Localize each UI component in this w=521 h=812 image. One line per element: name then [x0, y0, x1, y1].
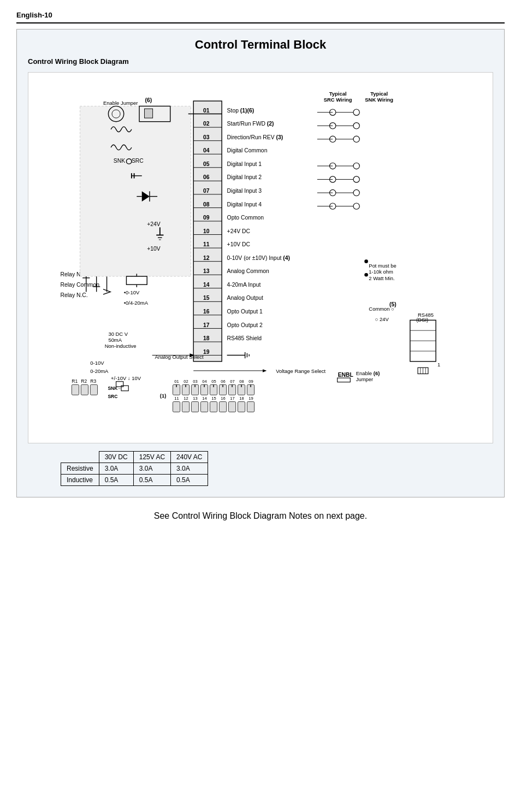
svg-text:50mA: 50mA [108, 337, 122, 343]
svg-text:17: 17 [203, 322, 210, 328]
svg-text:04: 04 [202, 379, 206, 384]
svg-text:05: 05 [211, 379, 216, 384]
svg-text:Digital Input 4: Digital Input 4 [227, 201, 262, 208]
svg-text:Opto Common: Opto Common [227, 215, 264, 221]
svg-text:08: 08 [239, 379, 244, 384]
svg-text:17: 17 [230, 396, 234, 401]
svg-point-70 [353, 123, 359, 129]
spec-table: 30V DC 125V AC 240V AC Resistive 3.0A 3.… [61, 451, 208, 486]
svg-text:+24V DC: +24V DC [227, 228, 251, 234]
svg-text:(1): (1) [160, 393, 167, 399]
svg-text:2 Watt Min.: 2 Watt Min. [369, 275, 394, 281]
svg-text:18: 18 [203, 335, 210, 341]
svg-text:Typical: Typical [370, 91, 388, 97]
svg-text:+24V: +24V [147, 221, 161, 227]
right-labels: Stop (1)(6) Start/Run FWD (2) Direction/… [227, 108, 290, 358]
svg-rect-155 [173, 402, 180, 412]
wiring-diagram: 01 02 03 04 05 06 07 [28, 73, 493, 423]
svg-rect-159 [210, 402, 217, 412]
svg-rect-209 [145, 109, 153, 118]
svg-rect-176 [72, 384, 79, 395]
svg-text:R3: R3 [90, 378, 96, 384]
svg-text:07: 07 [230, 379, 234, 384]
svg-text:16: 16 [221, 396, 225, 401]
diagram-area: 01 02 03 04 05 06 07 [28, 72, 493, 443]
svg-point-85 [353, 203, 359, 209]
svg-text:1: 1 [437, 361, 440, 368]
svg-text:•0/4-20mA: •0/4-20mA [124, 300, 149, 306]
svg-text:0-10V (or ±10V) Input (4): 0-10V (or ±10V) Input (4) [227, 255, 290, 261]
svg-text:SRC: SRC [108, 394, 117, 399]
svg-text:1-10k ohm: 1-10k ohm [369, 269, 393, 275]
svg-text:15: 15 [211, 396, 216, 401]
bottom-terminals: (1) [160, 379, 254, 412]
svg-text:03: 03 [193, 379, 197, 384]
svg-text:13: 13 [193, 396, 197, 401]
svg-text:06: 06 [203, 174, 210, 180]
svg-text:Enable (6): Enable (6) [356, 370, 380, 376]
svg-text:→: → [117, 386, 121, 391]
pot-note: Pot must be 1-10k ohm 2 Watt Min. [364, 259, 396, 281]
svg-rect-162 [238, 402, 245, 412]
svg-text:R2: R2 [81, 378, 87, 384]
svg-text:RS485 Shield: RS485 Shield [227, 335, 262, 341]
svg-text:Analog Output Select: Analog Output Select [155, 354, 204, 360]
svg-text:+10V: +10V [147, 246, 161, 252]
svg-point-79 [353, 176, 359, 182]
svg-rect-217 [126, 276, 147, 285]
svg-text:Digital Input 2: Digital Input 2 [227, 174, 262, 180]
opto-output-circuit: Common ○ ○ 24V (5) [369, 301, 396, 322]
svg-text:(6): (6) [145, 97, 152, 103]
svg-text:11: 11 [174, 396, 179, 401]
svg-text:06: 06 [221, 379, 225, 384]
svg-text:02: 02 [183, 379, 188, 384]
svg-text:Relay N.C.: Relay N.C. [61, 292, 88, 298]
svg-text:SRC: SRC [132, 158, 144, 164]
svg-text:+10V DC: +10V DC [227, 241, 251, 247]
svg-point-76 [353, 163, 359, 169]
svg-text:○ 24V: ○ 24V [375, 316, 389, 322]
svg-text:01: 01 [203, 108, 210, 114]
svg-text:02: 02 [203, 121, 210, 127]
svg-text:Direction/Run REV (3): Direction/Run REV (3) [227, 134, 283, 140]
svg-text:09: 09 [248, 379, 253, 384]
svg-text:04: 04 [203, 147, 210, 153]
svg-text:05: 05 [203, 161, 210, 167]
svg-text:ENBL: ENBL [338, 372, 354, 378]
svg-rect-156 [182, 402, 189, 412]
svg-text:+/-10V ↓ 10V: +/-10V ↓ 10V [111, 375, 141, 381]
svg-point-67 [353, 109, 359, 115]
svg-rect-178 [90, 384, 97, 395]
svg-text:SRC Wiring: SRC Wiring [324, 97, 352, 103]
svg-text:10: 10 [203, 228, 210, 234]
svg-text:Stop (1)(6): Stop (1)(6) [227, 108, 254, 114]
svg-text:(5): (5) [389, 301, 396, 307]
main-box: Control Terminal Block Control Wiring Bl… [16, 29, 505, 497]
svg-rect-157 [191, 402, 198, 412]
svg-text:30 DC V: 30 DC V [108, 331, 128, 337]
svg-text:12: 12 [203, 255, 210, 261]
section-title: Control Terminal Block [28, 38, 493, 52]
svg-text:18: 18 [239, 396, 244, 401]
svg-text:SNK Wiring: SNK Wiring [365, 97, 393, 103]
svg-text:0-10V: 0-10V [90, 360, 104, 366]
footer-note: See Control Wiring Block Diagram Notes o… [16, 511, 505, 521]
page-header: English-10 [16, 11, 505, 23]
svg-point-206 [364, 259, 368, 263]
svg-text:Analog Common: Analog Common [227, 268, 270, 274]
svg-text:(DSI): (DSI) [416, 317, 428, 323]
svg-text:12: 12 [183, 396, 188, 401]
svg-text:19: 19 [203, 349, 210, 355]
svg-text:SNK: SNK [114, 158, 125, 164]
svg-text:0-20mA: 0-20mA [90, 368, 109, 374]
svg-point-82 [353, 189, 359, 195]
svg-text:Digital Common: Digital Common [227, 147, 268, 153]
svg-text:01: 01 [174, 379, 179, 384]
svg-rect-106 [80, 106, 191, 276]
svg-text:16: 16 [203, 309, 210, 315]
right-connections [317, 112, 333, 206]
svg-text:Digital Input 1: Digital Input 1 [227, 161, 262, 167]
left-circuit: Enable Jumper (6) SNK SRC +24V +10V [80, 97, 191, 349]
svg-text:09: 09 [203, 215, 210, 221]
svg-text:Voltage Range Select: Voltage Range Select [276, 368, 325, 374]
